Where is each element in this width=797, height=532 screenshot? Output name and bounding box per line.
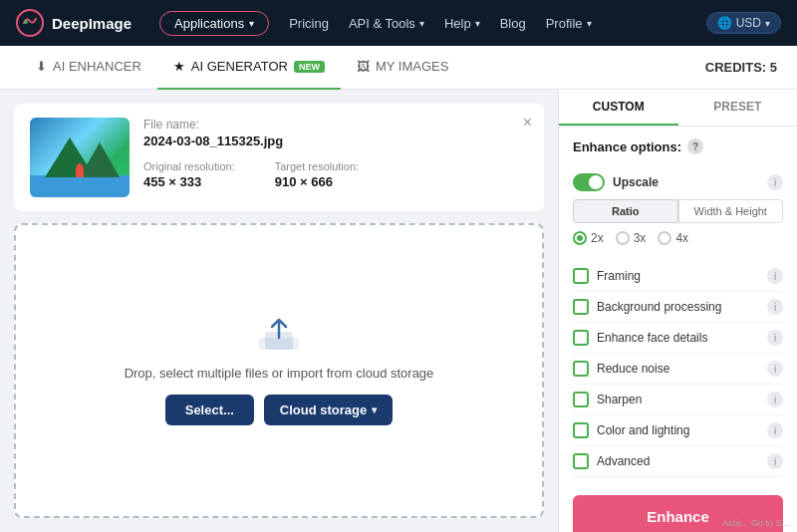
original-res-value: 455 × 333 — [143, 174, 235, 189]
enhance-options-info-icon[interactable]: ? — [687, 138, 703, 154]
option-label-1: Background processing — [597, 300, 759, 314]
option-label-6: Advanced — [597, 454, 759, 468]
upscale-info-icon[interactable]: i — [767, 174, 783, 190]
scale-3x-radio[interactable] — [616, 231, 630, 245]
options-section: FramingiBackground processingiEnhance fa… — [559, 257, 797, 481]
target-res-value: 910 × 666 — [275, 174, 359, 189]
option-info-icon-1[interactable]: i — [767, 299, 783, 315]
width-height-button[interactable]: Width & Height — [678, 199, 784, 223]
option-label-2: Enhance face details — [597, 331, 759, 345]
option-checkbox-3[interactable] — [573, 361, 589, 377]
file-name-label: File name: — [143, 118, 528, 132]
scale-2x-radio[interactable] — [573, 231, 587, 245]
target-res-label: Target resolution: — [275, 160, 359, 172]
api-tools-nav-link[interactable]: API & Tools ▾ — [349, 16, 424, 31]
option-info-icon-4[interactable]: i — [767, 392, 783, 407]
option-row: Color and lightingi — [573, 415, 783, 446]
option-label-4: Sharpen — [597, 393, 759, 406]
cloud-storage-button[interactable]: Cloud storage ▾ — [264, 395, 393, 425]
logo-text: DeepImage — [52, 15, 132, 32]
right-tab-bar: CUSTOM PRESET — [559, 90, 797, 127]
option-checkbox-6[interactable] — [573, 453, 589, 469]
applications-nav-button[interactable]: Applications ▾ — [159, 11, 269, 36]
mountain-decoration-2 — [80, 142, 120, 177]
chevron-down-icon: ▾ — [249, 18, 254, 29]
upscale-label: Upscale — [613, 175, 759, 189]
scale-3x-option[interactable]: 3x — [616, 231, 647, 245]
tab-my-images[interactable]: 🖼 MY IMAGES — [341, 46, 464, 90]
currency-chevron-icon: ▾ — [765, 18, 770, 29]
navbar: DeepImage Applications ▾ Pricing API & T… — [0, 0, 797, 46]
upload-text: Drop, select multiple files or import fr… — [125, 366, 434, 381]
logo-icon — [16, 9, 44, 37]
option-row: Enhance face detailsi — [573, 323, 783, 354]
original-resolution-block: Original resolution: 455 × 333 — [143, 160, 235, 189]
ratio-selector: Ratio Width & Height — [573, 199, 783, 223]
currency-selector[interactable]: 🌐 USD ▾ — [706, 12, 781, 34]
tab-ai-generator[interactable]: ★ AI GENERATOR NEW — [157, 46, 341, 90]
left-panel: File name: 2024-03-08_115325.jpg Origina… — [0, 90, 558, 532]
thumbnail-image — [30, 118, 130, 197]
svg-rect-3 — [259, 338, 299, 350]
right-panel: CUSTOM PRESET Enhance options: ? Upscale… — [558, 90, 797, 532]
activate-notice: Activ... Go to S... — [722, 518, 789, 528]
help-chevron-icon: ▾ — [475, 18, 480, 29]
profile-chevron-icon: ▾ — [587, 18, 592, 29]
options-list: FramingiBackground processingiEnhance fa… — [573, 261, 783, 477]
svg-point-1 — [24, 20, 28, 24]
logo: DeepImage — [16, 9, 132, 37]
images-icon: 🖼 — [357, 59, 370, 74]
upscale-section: Upscale i Ratio Width & Height 2x 3x 4x — [559, 162, 797, 257]
upload-icon — [259, 316, 299, 356]
scale-4x-radio[interactable] — [658, 231, 671, 245]
option-row: Reduce noisei — [573, 354, 783, 385]
download-icon: ⬇ — [36, 59, 47, 74]
profile-nav-link[interactable]: Profile ▾ — [546, 16, 592, 31]
option-info-icon-5[interactable]: i — [767, 422, 783, 438]
tab-preset[interactable]: PRESET — [678, 90, 798, 126]
help-nav-link[interactable]: Help ▾ — [444, 16, 480, 31]
ratio-button[interactable]: Ratio — [573, 199, 678, 223]
main-content: File name: 2024-03-08_115325.jpg Origina… — [0, 90, 797, 532]
file-info-card: File name: 2024-03-08_115325.jpg Origina… — [14, 104, 544, 211]
upscale-row: Upscale i — [573, 166, 783, 195]
flag-icon: 🌐 — [717, 16, 732, 30]
file-details: File name: 2024-03-08_115325.jpg Origina… — [143, 118, 528, 189]
original-res-label: Original resolution: — [143, 160, 235, 172]
svg-point-0 — [17, 10, 43, 36]
scale-2x-option[interactable]: 2x — [573, 231, 604, 245]
select-files-button[interactable]: Select... — [165, 395, 254, 425]
tab-ai-enhancer[interactable]: ⬇ AI ENHANCER — [20, 46, 157, 90]
credits-display: CREDITS: 5 — [705, 60, 777, 75]
option-info-icon-0[interactable]: i — [767, 268, 783, 284]
option-checkbox-0[interactable] — [573, 268, 589, 284]
target-resolution-block: Target resolution: 910 × 666 — [275, 160, 359, 189]
option-checkbox-5[interactable] — [573, 422, 589, 438]
file-thumbnail — [30, 118, 130, 197]
tab-custom[interactable]: CUSTOM — [559, 90, 678, 126]
option-checkbox-1[interactable] — [573, 299, 589, 315]
option-label-3: Reduce noise — [597, 362, 759, 376]
option-info-icon-2[interactable]: i — [767, 330, 783, 346]
new-badge: NEW — [294, 61, 325, 73]
blog-nav-link[interactable]: Blog — [500, 16, 526, 31]
option-row: Sharpeni — [573, 385, 783, 415]
file-name-value: 2024-03-08_115325.jpg — [143, 133, 528, 148]
option-row: Framingi — [573, 261, 783, 292]
pricing-nav-link[interactable]: Pricing — [289, 16, 329, 31]
upscale-toggle[interactable] — [573, 173, 605, 191]
star-icon: ★ — [173, 59, 185, 74]
option-info-icon-6[interactable]: i — [767, 453, 783, 469]
tabs-bar: ⬇ AI ENHANCER ★ AI GENERATOR NEW 🖼 MY IM… — [0, 46, 797, 90]
toggle-knob — [589, 175, 603, 189]
scale-4x-option[interactable]: 4x — [658, 231, 688, 245]
close-file-button[interactable]: × — [523, 114, 532, 132]
option-checkbox-4[interactable] — [573, 392, 589, 407]
api-chevron-icon: ▾ — [419, 18, 424, 29]
upload-drop-area[interactable]: Drop, select multiple files or import fr… — [14, 223, 544, 518]
option-checkbox-2[interactable] — [573, 330, 589, 346]
option-info-icon-3[interactable]: i — [767, 361, 783, 377]
water-decoration — [30, 175, 130, 197]
enhance-options-heading: Enhance options: ? — [559, 127, 797, 162]
option-row: Background processingi — [573, 292, 783, 323]
